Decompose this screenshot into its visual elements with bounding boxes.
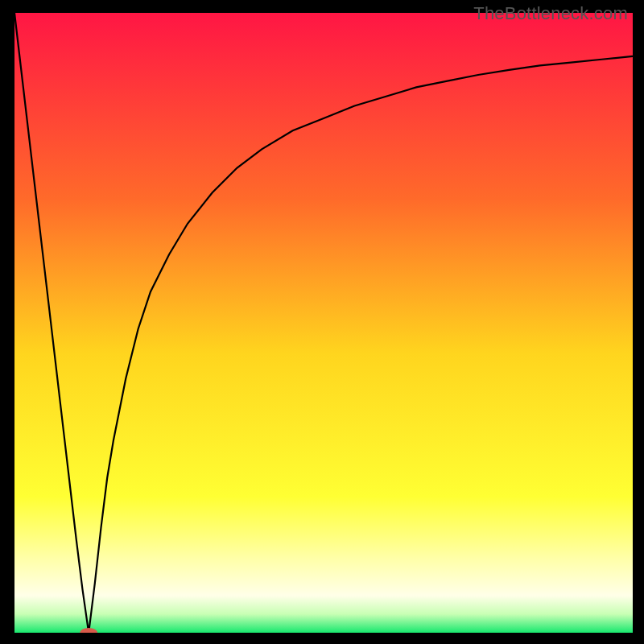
watermark-text: TheBottleneck.com bbox=[473, 3, 628, 24]
bottleneck-curve-chart bbox=[0, 0, 644, 644]
frame-border-bottom bbox=[0, 633, 644, 644]
chart-container: TheBottleneck.com bbox=[0, 0, 644, 644]
frame-border-right bbox=[633, 0, 644, 644]
plot-background bbox=[14, 13, 633, 633]
frame-border-left bbox=[0, 0, 14, 644]
